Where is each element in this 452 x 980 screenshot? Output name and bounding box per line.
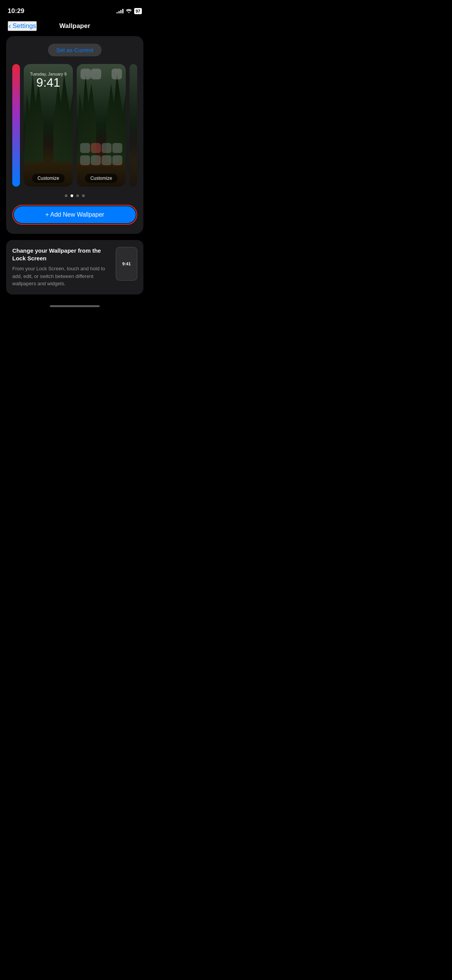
app-icon-small — [91, 143, 101, 153]
lock-screen-customize-button[interactable]: Customize — [32, 174, 65, 183]
lock-screen-time: 9:41 — [24, 76, 73, 90]
page-title: Wallpaper — [59, 22, 90, 30]
dot-2 — [71, 194, 73, 197]
back-chevron-icon: ‹ — [8, 21, 11, 30]
app-icon — [81, 69, 91, 79]
app-icon-small — [102, 155, 112, 165]
app-icon-small — [102, 143, 112, 153]
wallpaper-card: Set as Current Tuesday, January 9 9:41 C… — [6, 36, 143, 234]
home-indicator — [0, 301, 150, 310]
nav-bar: ‹ Settings Wallpaper — [0, 19, 150, 36]
dot-1 — [65, 194, 67, 197]
battery-icon: 97 — [134, 8, 142, 14]
info-body: From your Lock Screen, touch and hold to… — [12, 265, 110, 288]
info-card: Change your Wallpaper from the Lock Scre… — [6, 240, 143, 294]
set-as-current-button[interactable]: Set as Current — [48, 44, 102, 56]
add-new-wallpaper-button[interactable]: + Add New Wallpaper — [14, 206, 136, 223]
status-icons: 97 — [117, 8, 142, 14]
left-partial-preview — [12, 64, 20, 187]
back-button[interactable]: ‹ Settings — [8, 21, 37, 31]
info-phone-preview: 9:41 — [116, 247, 137, 281]
main-content: Set as Current Tuesday, January 9 9:41 C… — [0, 36, 150, 294]
dot-3 — [76, 194, 79, 197]
status-bar: 10:29 97 — [0, 0, 150, 19]
dot-4 — [82, 194, 85, 197]
app-icon — [112, 69, 122, 79]
right-partial-preview — [130, 64, 137, 187]
info-text-block: Change your Wallpaper from the Lock Scre… — [12, 247, 110, 288]
app-icon — [91, 69, 101, 79]
top-app-icons — [77, 69, 126, 79]
info-title: Change your Wallpaper from the Lock Scre… — [12, 247, 110, 262]
home-screen-customize-button[interactable]: Customize — [85, 174, 118, 183]
page-indicator — [12, 194, 137, 197]
info-phone-time: 9:41 — [122, 261, 131, 266]
app-icon-small — [112, 143, 122, 153]
app-icon-small — [80, 155, 90, 165]
lock-screen-preview[interactable]: Tuesday, January 9 9:41 Customize — [24, 64, 73, 187]
app-icon-grid — [77, 143, 126, 168]
preview-area: Tuesday, January 9 9:41 Customize — [12, 64, 137, 187]
app-icon-small — [80, 143, 90, 153]
home-screen-preview[interactable]: Customize — [77, 64, 126, 187]
status-time: 10:29 — [8, 7, 24, 15]
icon-row — [80, 155, 123, 165]
icon-row — [80, 143, 123, 153]
home-screen-bg — [77, 64, 126, 187]
app-icon-small — [112, 155, 122, 165]
wifi-icon — [126, 8, 132, 14]
add-wallpaper-highlight: + Add New Wallpaper — [12, 205, 137, 225]
back-label: Settings — [13, 22, 36, 30]
battery-percent: 97 — [136, 9, 140, 13]
home-bar — [50, 305, 100, 307]
signal-icon — [117, 9, 123, 13]
app-icon-small — [91, 155, 101, 165]
